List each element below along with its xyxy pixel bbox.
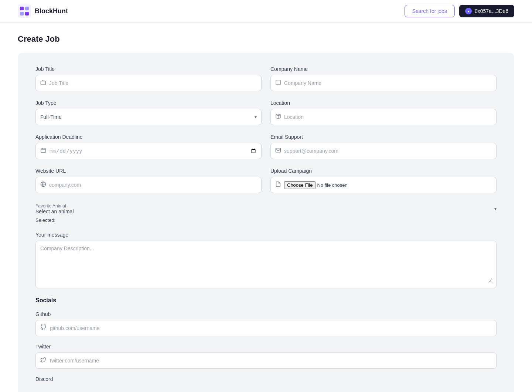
file-icon	[275, 181, 281, 189]
location-input-wrapper	[270, 109, 497, 125]
your-message-wrapper	[35, 241, 497, 288]
svg-rect-0	[18, 4, 31, 18]
github-label: Github	[35, 311, 497, 317]
svg-rect-5	[41, 81, 45, 85]
selected-label: Selected:	[35, 217, 497, 223]
logo-area: BlockHunt	[18, 4, 68, 18]
favorite-animal-select[interactable]: Favorite Animal Select an animal ▾	[35, 202, 497, 216]
form-row-3: Application Deadline Email Support	[35, 134, 497, 159]
website-url-input-wrapper	[35, 177, 262, 193]
wallet-icon: ●	[465, 8, 472, 14]
twitter-input-wrapper	[35, 353, 497, 369]
your-message-textarea[interactable]	[40, 245, 492, 282]
blockhunt-logo-icon	[18, 4, 31, 18]
wallet-address: 0x057a...3De6	[475, 8, 508, 14]
upload-campaign-wrapper	[270, 177, 497, 193]
form-row-2: Job Type Full-Time Part-Time Contract Fr…	[35, 100, 497, 125]
email-support-input-wrapper	[270, 143, 497, 159]
svg-rect-7	[41, 148, 45, 153]
application-deadline-label: Application Deadline	[35, 134, 262, 140]
form-row-4: Website URL Upload Campaign	[35, 168, 497, 193]
selected-prefix: Selected:	[35, 217, 55, 223]
main-content: Create Job Job Title Company Name	[0, 23, 532, 392]
socials-section: Socials Github Twitter	[35, 297, 497, 382]
github-input[interactable]	[50, 325, 492, 331]
company-name-group: Company Name	[270, 66, 497, 91]
discord-group: Discord	[35, 376, 497, 382]
job-type-select[interactable]: Full-Time Part-Time Contract Freelance I…	[40, 114, 255, 120]
website-url-group: Website URL	[35, 168, 262, 193]
application-deadline-group: Application Deadline	[35, 134, 262, 159]
upload-campaign-input[interactable]	[284, 181, 492, 189]
socials-title: Socials	[35, 297, 497, 304]
website-url-label: Website URL	[35, 168, 262, 174]
location-group: Location	[270, 100, 497, 125]
search-jobs-button[interactable]: Search for jobs	[405, 5, 455, 17]
wallet-button[interactable]: ● 0x057a...3De6	[459, 5, 514, 17]
upload-campaign-label: Upload Campaign	[270, 168, 497, 174]
job-title-group: Job Title	[35, 66, 262, 91]
your-message-label: Your message	[35, 232, 497, 238]
company-name-label: Company Name	[270, 66, 497, 72]
map-icon	[275, 113, 281, 121]
twitter-icon	[40, 357, 46, 364]
location-input[interactable]	[284, 114, 492, 120]
svg-rect-8	[276, 148, 280, 152]
svg-rect-6	[276, 80, 280, 85]
email-support-input[interactable]	[284, 148, 492, 154]
page-title: Create Job	[18, 34, 514, 44]
job-type-group: Job Type Full-Time Part-Time Contract Fr…	[35, 100, 262, 125]
svg-rect-4	[25, 12, 29, 16]
email-support-group: Email Support	[270, 134, 497, 159]
twitter-group: Twitter	[35, 344, 497, 369]
logo-text: BlockHunt	[35, 7, 68, 15]
favorite-animal-area: Favorite Animal Select an animal ▾ Selec…	[35, 202, 497, 223]
website-url-input[interactable]	[49, 182, 257, 188]
mail-icon	[275, 147, 281, 155]
github-group: Github	[35, 311, 497, 336]
job-title-label: Job Title	[35, 66, 262, 72]
upload-campaign-group: Upload Campaign	[270, 168, 497, 193]
email-support-label: Email Support	[270, 134, 497, 140]
job-title-input-wrapper	[35, 75, 262, 91]
briefcase-icon	[40, 79, 46, 87]
github-icon	[40, 324, 46, 332]
globe-icon	[40, 181, 46, 189]
application-deadline-input[interactable]	[49, 148, 257, 154]
job-title-input[interactable]	[49, 80, 257, 86]
company-name-input-wrapper	[270, 75, 497, 91]
svg-rect-3	[25, 7, 29, 10]
building-icon	[275, 79, 281, 87]
twitter-input[interactable]	[50, 358, 492, 364]
github-input-wrapper	[35, 320, 497, 336]
header-right: Search for jobs ● 0x057a...3De6	[405, 5, 514, 17]
job-type-label: Job Type	[35, 100, 262, 106]
favorite-animal-label: Favorite Animal	[35, 203, 74, 209]
location-label: Location	[270, 100, 497, 106]
favorite-animal-content: Favorite Animal Select an animal	[35, 203, 74, 214]
calendar-icon	[40, 147, 46, 155]
form-row-1: Job Title Company Name	[35, 66, 497, 91]
twitter-label: Twitter	[35, 344, 497, 350]
your-message-group: Your message	[35, 232, 497, 288]
company-name-input[interactable]	[284, 80, 492, 86]
header: BlockHunt Search for jobs ● 0x057a...3De…	[0, 0, 532, 23]
create-job-form-card: Job Title Company Name	[18, 53, 514, 392]
favorite-animal-chevron-icon: ▾	[494, 206, 497, 212]
application-deadline-wrapper	[35, 143, 262, 159]
discord-label: Discord	[35, 376, 497, 382]
svg-rect-1	[20, 7, 24, 10]
svg-rect-2	[20, 12, 24, 16]
favorite-animal-value: Select an animal	[35, 209, 74, 214]
job-type-select-wrapper: Full-Time Part-Time Contract Freelance I…	[35, 109, 262, 125]
job-type-chevron-icon: ▾	[255, 114, 257, 120]
